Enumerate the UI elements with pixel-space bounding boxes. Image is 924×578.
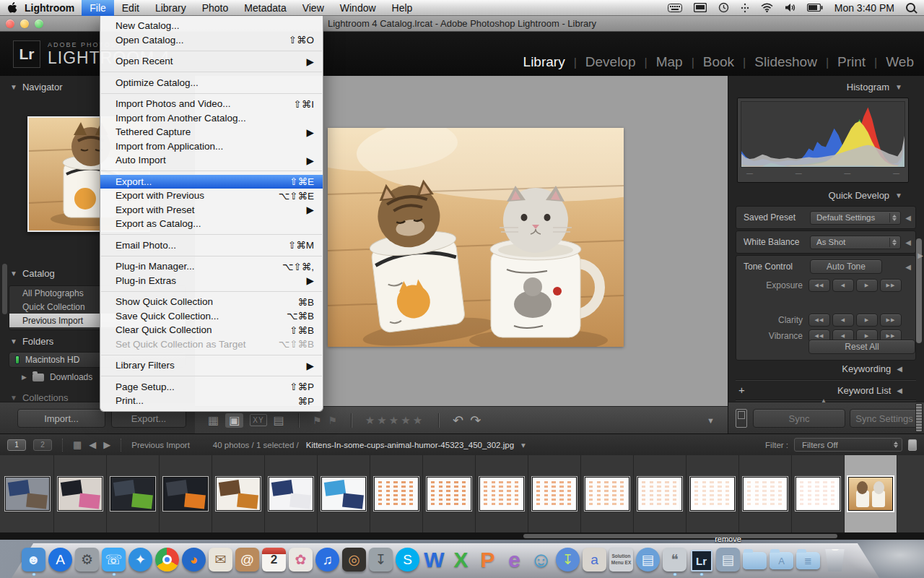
dock-app-store[interactable]: A (47, 541, 74, 576)
menu-item-plug-in-manager[interactable]: Plug-in Manager...⌥⇧⌘, (100, 259, 323, 274)
loupe-view-icon[interactable]: ▣ (225, 413, 243, 428)
menu-item-email-photo[interactable]: Email Photo...⇧⌘M (100, 238, 323, 253)
menu-item-page-setup[interactable]: Page Setup...⇧⌘P (100, 380, 323, 394)
minimize-window-button[interactable] (20, 20, 29, 28)
menu-item-plug-in-extras[interactable]: Plug-in Extras▶ (100, 274, 323, 288)
menu-photo[interactable]: Photo (194, 0, 237, 16)
navigator-header[interactable]: ▼ Navigator (10, 82, 63, 92)
thumbnail-15[interactable] (743, 477, 788, 511)
filename-caret-icon[interactable]: ▾ (521, 440, 526, 450)
dock-word[interactable]: W (421, 541, 448, 576)
volume-icon[interactable] (785, 3, 796, 12)
tab-print[interactable]: Print (837, 54, 866, 70)
menu-item-new-catalog[interactable]: New Catalog... (100, 19, 323, 33)
dock-folder-applications[interactable]: A (768, 541, 795, 576)
keyboard-icon[interactable] (668, 4, 682, 12)
dock-itunes[interactable]: ♫ (314, 541, 341, 576)
dock-downloads-installer[interactable]: ↧ (367, 541, 394, 576)
dock-folder-downloads[interactable] (741, 541, 768, 576)
dock-chrome[interactable] (154, 541, 180, 576)
dock-system-preferences[interactable]: ⚙ (74, 541, 100, 576)
dock-powerpoint[interactable]: P (474, 541, 501, 576)
app-menu-title[interactable]: Lightroom (25, 2, 74, 14)
add-keyword-icon[interactable]: + (738, 384, 745, 396)
exposure-step-3[interactable]: ▶▶ (880, 279, 902, 292)
thumbnail-4[interactable] (163, 477, 208, 511)
filmstrip-cell-9[interactable] (423, 455, 476, 532)
histogram-panel[interactable]: ———— (737, 98, 909, 183)
dock-messages[interactable]: ❝ (661, 541, 688, 576)
right-panel-scroll-grip[interactable] (915, 403, 923, 432)
thumbnail-11[interactable] (532, 477, 577, 511)
thumbnail-1[interactable] (5, 477, 50, 511)
main-window-button[interactable]: 1 (7, 439, 26, 451)
sync-settings-button[interactable]: Sync Settings (850, 409, 919, 428)
collapse-arrow-icon[interactable]: ◀ (905, 214, 911, 222)
menu-item-export[interactable]: Export...⇧⌘E (100, 175, 323, 189)
tab-library[interactable]: Library (523, 54, 565, 70)
close-window-button[interactable] (6, 20, 14, 28)
thumbnail-3[interactable] (110, 477, 155, 511)
menu-item-export-with-preset[interactable]: Export with Preset▶ (100, 203, 323, 217)
histogram-header[interactable]: Histogram ▼ (847, 82, 902, 92)
menu-item-clear-quick-collection[interactable]: Clear Quick Collection⇧⌘B (100, 323, 323, 337)
rotate-left-icon[interactable]: ↶ (453, 413, 463, 428)
selected-photo[interactable] (328, 128, 624, 347)
import-button[interactable]: Import... (17, 409, 105, 428)
filmstrip-cell-14[interactable] (687, 455, 739, 532)
dock-ical[interactable]: 2 (261, 541, 287, 576)
menu-item-save-quick-collection[interactable]: Save Quick Collection...⌥⌘B (100, 309, 323, 324)
filmstrip-cell-10[interactable] (476, 455, 528, 532)
dock-finder[interactable]: ☻ (20, 541, 47, 576)
filmstrip-scrollbar-thumb[interactable] (523, 534, 837, 538)
panel-collapse-arrow-icon[interactable]: ▶ (918, 251, 923, 259)
menu-item-set-quick-collection-as-target[interactable]: Set Quick Collection as Target⌥⇧⌘B (100, 337, 323, 352)
dock-safari[interactable]: ✦ (127, 541, 154, 576)
folder-item-downloads[interactable]: ▶ Downloads (22, 372, 92, 382)
keyword-list-header[interactable]: Keyword List ◀ (837, 385, 902, 396)
filmstrip-cell-11[interactable] (528, 455, 581, 532)
grid-view-icon[interactable]: ▦ (208, 415, 219, 426)
filmstrip-cell-17[interactable] (845, 455, 897, 532)
menu-item-import-from-another-catalog[interactable]: Import from Another Catalog... (100, 111, 323, 126)
menu-metadata[interactable]: Metadata (236, 0, 294, 16)
menu-item-library-filters[interactable]: Library Filters▶ (100, 358, 323, 373)
thumbnail-9[interactable] (427, 477, 471, 511)
dock-mail[interactable]: ✉ (207, 541, 234, 576)
menu-item-print[interactable]: Print...⌘P (100, 394, 323, 408)
folders-header[interactable]: ▼ Folders (10, 336, 53, 347)
filmstrip-cell-13[interactable] (634, 455, 687, 532)
saved-preset-select[interactable]: Default Settings (810, 211, 901, 225)
filmstrip-cell-3[interactable] (107, 455, 160, 532)
filmstrip-cell-15[interactable] (739, 455, 792, 532)
menu-item-open-recent[interactable]: Open Recent▶ (100, 54, 323, 69)
dock-excel[interactable]: X (448, 541, 474, 576)
menu-item-export-with-previous[interactable]: Export with Previous⌥⇧⌘E (100, 189, 323, 203)
thumbnail-12[interactable] (585, 477, 629, 511)
time-machine-icon[interactable] (718, 2, 729, 13)
dock-skype[interactable]: S (394, 541, 421, 576)
catalog-header[interactable]: ▼ Catalog (10, 268, 55, 279)
thumbnail-2[interactable] (58, 477, 103, 511)
thumbnail-16[interactable] (796, 477, 840, 511)
sync-button[interactable]: Sync (753, 409, 845, 428)
filter-toggle-icon[interactable] (908, 439, 917, 451)
thumbnail-13[interactable] (637, 477, 682, 511)
dock-solution-menu-ex[interactable]: Solution Menu EX (608, 541, 635, 576)
clarity-step-2[interactable]: ▶ (856, 314, 878, 327)
menu-item-tethered-capture[interactable]: Tethered Capture▶ (100, 125, 323, 139)
grid-view-icon[interactable]: ▦ (73, 439, 82, 450)
clarity-step-3[interactable]: ▶▶ (880, 314, 902, 327)
thumbnail-5[interactable] (216, 477, 261, 511)
thumbnail-14[interactable] (690, 477, 735, 511)
filmstrip-cell-7[interactable] (318, 455, 370, 532)
clarity-step-0[interactable]: ◀◀ (808, 314, 830, 327)
collapse-arrow-icon[interactable]: ◀ (905, 238, 911, 246)
filmstrip-cell-6[interactable] (265, 455, 318, 532)
menu-item-import-from-application[interactable]: Import from Application... (100, 139, 323, 154)
survey-view-icon[interactable]: ▤ (274, 415, 284, 426)
selected-filename[interactable]: Kittens-In-some-cups-animal-humor-45323_… (306, 441, 514, 449)
menu-item-show-quick-collection[interactable]: Show Quick Collection⌘B (100, 295, 323, 309)
menu-file[interactable]: File (82, 0, 114, 16)
toolbar-options-caret[interactable]: ▼ (707, 416, 715, 425)
